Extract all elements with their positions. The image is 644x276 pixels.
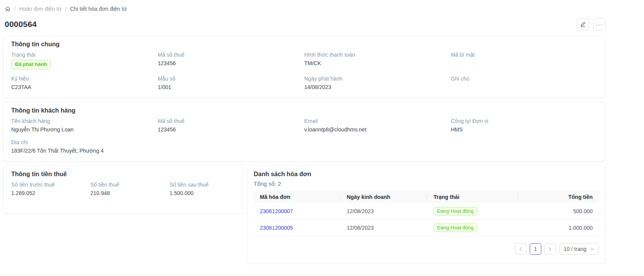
field-label: Số tiền sau thuế — [169, 181, 234, 188]
page-title: 0000564 — [5, 20, 37, 29]
table-header-row: Mã hóa đơn Ngày kinh doanh Trạng thái Tổ… — [254, 191, 599, 203]
status-badge: Đang Hoạt động — [434, 224, 477, 232]
home-icon[interactable] — [5, 6, 11, 12]
page-size-select[interactable]: 10 / trang — [559, 243, 599, 255]
field-value: 14/08/2023 — [304, 84, 451, 91]
column-header-total: Tổng tiền — [518, 191, 599, 203]
status-badge: Đã phát hành — [11, 60, 51, 69]
amount-cell: 500.000 — [518, 203, 599, 220]
card-title: Danh sách hóa đơn — [254, 171, 599, 178]
general-fields-grid: Trạng thái Đã phát hành Mã số thuế 12345… — [11, 51, 597, 91]
field-tax-amount: Số tiền thuế 210.948 — [90, 181, 169, 197]
breadcrumb-separator: / — [65, 6, 67, 12]
page-1-button[interactable]: 1 — [530, 243, 541, 255]
field-company: Công ty/ Đơn vị HMS — [451, 118, 598, 133]
field-amount-before-tax: Số tiền trước thuế 1.289.052 — [11, 181, 90, 197]
field-label: Mã số thuế — [158, 118, 305, 125]
chevron-right-icon — [548, 247, 552, 251]
invoice-link[interactable]: 23081200007 — [260, 208, 293, 214]
breadcrumb-item-invoices[interactable]: Hoán đơn điện tử — [19, 6, 62, 12]
field-value: 1/001 — [158, 84, 305, 91]
field-form-number: Mẫu số 1/001 — [158, 75, 305, 91]
field-amount-after-tax: Số tiền sau thuế 1.500.000 — [169, 181, 234, 197]
field-value: Nguyễn Thị Phương Loan — [11, 126, 158, 133]
card-title: Thông tin tiền thuế — [11, 171, 234, 178]
field-label: Hình thức thanh toán — [304, 51, 451, 58]
table-row: 23081200005 12/08/2023 Đang Hoạt động 1.… — [254, 220, 599, 236]
page: / Hoán đơn điện tử / Chi tiết hóa đơn đi… — [0, 0, 644, 264]
date-cell: 12/08/2023 — [341, 220, 427, 236]
card-invoice-list: Danh sách hóa đơn Tổng số: 2 Mã hóa đơn … — [247, 165, 605, 264]
field-value: 1.500.000 — [169, 190, 234, 197]
customer-fields-grid: Tên khách hàng Nguyễn Thị Phương Loan Mã… — [11, 118, 597, 154]
bottom-row: Thông tin tiền thuế Số tiền trước thuế 1… — [3, 165, 605, 264]
breadcrumb: / Hoán đơn điện tử / Chi tiết hóa đơn đi… — [5, 5, 605, 12]
field-value: 210.948 — [90, 190, 169, 197]
ellipsis-icon: ··· — [596, 21, 603, 28]
page-size-label: 10 / trang — [564, 246, 586, 252]
card-customer-info: Thông tin khách hàng Tên khách hàng Nguy… — [3, 102, 605, 162]
date-cell: 12/08/2023 — [341, 203, 427, 220]
field-label: Ghi chú — [451, 75, 598, 82]
field-issue-date: Ngày phát hành 14/08/2023 — [304, 75, 451, 91]
card-title: Thông tin chung — [11, 41, 597, 48]
card-general-info: Thông tin chung Trạng thái Đã phát hành … — [3, 35, 605, 98]
field-status: Trạng thái Đã phát hành — [11, 51, 158, 69]
field-secret-code: Mã bí mật — [451, 51, 598, 69]
card-tax-info: Thông tin tiền thuế Số tiền trước thuế 1… — [3, 165, 242, 214]
field-value: TM/CK — [304, 60, 451, 67]
invoice-table: Mã hóa đơn Ngày kinh doanh Trạng thái Tổ… — [254, 191, 599, 236]
tax-fields-grid: Số tiền trước thuế 1.289.052 Số tiền thu… — [11, 181, 234, 197]
field-customer-name: Tên khách hàng Nguyễn Thị Phương Loan — [11, 118, 158, 133]
prev-page-button[interactable] — [515, 243, 527, 255]
breadcrumb-separator: / — [14, 6, 16, 12]
field-label: Mã số thuế — [158, 51, 305, 58]
field-customer-tax-code: Mã số thuế 123456 — [158, 118, 305, 133]
field-label: Số tiền trước thuế — [11, 181, 90, 188]
more-actions-button[interactable]: ··· — [593, 18, 605, 30]
table-row: 23081200007 12/08/2023 Đang Hoạt động 50… — [254, 203, 599, 220]
field-symbol: Ký hiệu C23TAA — [11, 75, 158, 91]
field-label: Tên khách hàng — [11, 118, 158, 125]
field-label: Mã bí mật — [451, 51, 598, 58]
status-badge: Đang Hoạt động — [434, 207, 477, 215]
field-value: C23TAA — [11, 84, 158, 91]
field-label: Công ty/ Đơn vị — [451, 118, 598, 125]
breadcrumb-item-current: Chi tiết hóa đơn điện tử — [70, 6, 127, 12]
field-tax-code: Mã số thuế 123456 — [158, 51, 305, 69]
pagination: 1 10 / trang — [254, 243, 599, 255]
field-note: Ghi chú — [451, 75, 598, 91]
edit-button[interactable] — [577, 18, 589, 30]
field-label: Email — [304, 118, 451, 125]
field-label: Mẫu số — [158, 75, 305, 82]
title-row: 0000564 ··· — [5, 18, 605, 30]
next-page-button[interactable] — [544, 243, 556, 255]
field-value: 183F/22/6 Tôn Thất Thuyết, Phường 4 — [11, 147, 158, 154]
field-value — [451, 84, 598, 91]
field-label: Ký hiệu — [11, 75, 158, 82]
total-count: Tổng số: 2 — [254, 180, 599, 187]
field-value — [451, 60, 598, 67]
column-header-code: Mã hóa đơn — [254, 191, 341, 203]
amount-cell: 1.000.000 — [518, 220, 599, 236]
field-value: 123456 — [158, 126, 305, 133]
field-label: Trạng thái — [11, 51, 158, 58]
field-label: Ngày phát hành — [304, 75, 451, 82]
field-label: Địa chỉ — [11, 139, 158, 146]
chevron-left-icon — [519, 247, 522, 251]
edit-pencil-icon — [580, 21, 586, 27]
chevron-down-icon — [590, 248, 594, 251]
field-value: v.loanntp8@cloudhms.net — [304, 126, 451, 133]
field-payment-method: Hình thức thanh toán TM/CK — [304, 51, 451, 69]
column-header-date: Ngày kinh doanh — [341, 191, 427, 203]
invoice-link[interactable]: 23081200005 — [260, 225, 293, 231]
field-value: 1.289.052 — [11, 190, 90, 197]
field-address: Địa chỉ 183F/22/6 Tôn Thất Thuyết, Phườn… — [11, 139, 158, 154]
field-email: Email v.loanntp8@cloudhms.net — [304, 118, 451, 133]
column-header-status: Trạng thái — [427, 191, 518, 203]
field-label: Số tiền thuế — [90, 181, 169, 188]
card-title: Thông tin khách hàng — [11, 107, 597, 114]
field-value: 123456 — [158, 60, 305, 67]
field-value: HMS — [451, 126, 598, 133]
title-actions: ··· — [577, 18, 605, 30]
